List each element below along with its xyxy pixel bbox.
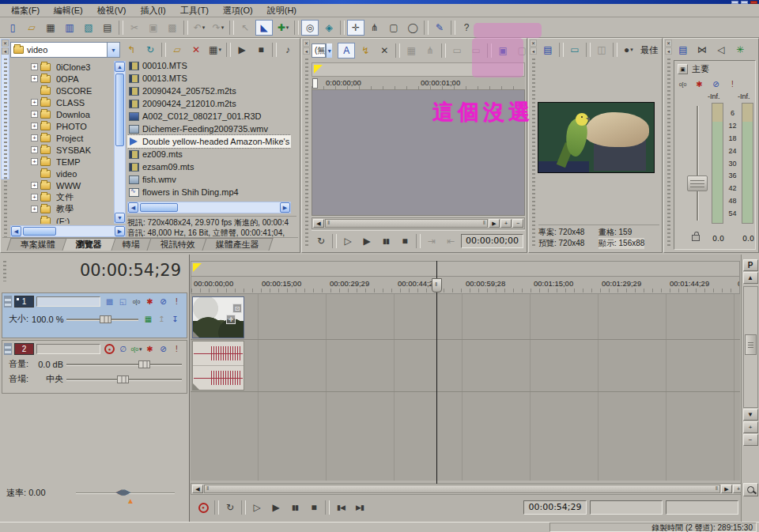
toolbar-button[interactable] [119,21,123,35]
zoom-tool-icon[interactable]: ◯ [404,20,421,36]
scroll-up-icon[interactable]: ▲ [115,62,125,72]
cut-icon[interactable]: ✂ [126,20,143,36]
toolbar-button[interactable] [559,43,564,57]
start-preview-icon[interactable]: ▶ [233,42,251,58]
bypass-motion-blur-icon[interactable]: ↥ [155,313,168,325]
slider-thumb[interactable] [117,375,129,383]
audio-track-lane[interactable] [191,340,740,392]
play-from-start-icon[interactable]: ▷ [339,233,357,249]
play-icon[interactable]: ▶ [358,233,376,249]
close-icon[interactable]: ✕ [530,40,537,47]
scroll-left-icon[interactable]: ◀ [128,202,138,213]
zoom-tool-icon[interactable] [743,483,758,496]
render-as-icon[interactable]: ▧ [80,20,97,36]
track-lanes[interactable]: ⊡ ✛ [191,294,740,481]
toolbar-button[interactable] [229,21,234,35]
transport-button[interactable] [214,500,219,515]
scroll-thumb[interactable] [745,334,757,355]
paint-events-tool-icon[interactable]: ✎ [431,20,448,36]
video-preview-frame[interactable] [538,102,655,173]
auto-ripple-icon[interactable]: ◣ [255,20,273,36]
expand-toggle-icon[interactable] [31,111,38,118]
refresh-icon[interactable]: ↻ [142,42,159,58]
playhead-line[interactable] [436,261,437,484]
open-project-icon[interactable]: ▱ [23,20,40,36]
volume-slider[interactable] [66,360,182,368]
remove-current-media-icon[interactable]: ✕ [376,43,393,58]
enable-snapping-icon[interactable]: ↖ [236,20,254,36]
file-item[interactable]: ez009.mts [127,148,291,160]
tree-item[interactable]: 0iClone3 [10,61,113,73]
close-icon[interactable]: ✕ [665,40,672,47]
auto-preview-icon[interactable]: ♪ [279,42,296,58]
redo-icon[interactable]: ↷ [210,20,227,36]
transport-time-display[interactable]: 00:00:54;29 [523,500,587,515]
expand-toggle-icon[interactable] [31,123,38,130]
track-number-badge[interactable]: 1 [14,296,34,308]
views-icon[interactable]: ▦ [206,42,224,58]
dim-output-icon[interactable]: ◁ [712,42,730,58]
drag-handle[interactable] [3,261,6,281]
track-fx-icon[interactable]: o[o [130,343,143,355]
tree-item[interactable]: 0OPA [10,73,113,85]
mute-output-icon[interactable]: ⊘ [709,78,723,90]
files-hscrollbar[interactable]: ◀ ▶ [127,202,291,213]
track-motion-icon[interactable]: ◱ [116,296,130,308]
trimmer-hscrollbar[interactable]: ◀ ▶ + − [312,217,525,229]
new-project-icon[interactable]: ▯ [4,20,21,36]
track-fx-icon[interactable]: o[o [130,296,143,308]
play-from-start-icon[interactable]: ▷ [248,500,266,515]
slider-thumb[interactable] [100,315,111,323]
external-monitor-icon[interactable]: ▭ [566,42,583,58]
marker-tool-icon[interactable]: P [743,259,758,271]
scroll-right-icon[interactable]: ▶ [115,226,125,236]
scroll-down-icon[interactable]: ▼ [115,213,125,223]
track-number-badge[interactable]: 2 [14,343,34,355]
automation-settings-icon[interactable]: ✱ [143,296,157,308]
file-item[interactable]: 20090424_205752.m2ts [127,85,291,97]
ignore-grouping-icon[interactable]: ◎ [301,20,319,36]
transfer-out-point-icon[interactable]: ⇤ [442,233,459,249]
pause-icon[interactable]: ▮▮ [377,233,395,249]
tree-item[interactable]: 文件 [10,191,113,203]
file-item[interactable]: 00010.MTS [127,59,291,72]
ruler-marker[interactable] [312,78,318,89]
delete-icon[interactable]: ✕ [187,42,205,58]
scroll-right-icon[interactable]: ▶ [280,202,290,213]
copy-icon[interactable]: ▣ [145,20,162,36]
invert-phase-icon[interactable]: ∅ [116,343,130,355]
pause-icon[interactable]: ▮▮ [286,500,304,515]
panel-grip[interactable]: ✕◂ [303,40,311,251]
toolbar-button[interactable] [340,21,345,35]
transport-button[interactable] [325,500,330,515]
solo-track-icon[interactable]: ! [170,343,183,355]
panel-grip[interactable]: ✕◂ [665,40,673,251]
scroll-right-icon[interactable]: ▶ [489,219,500,228]
record-icon[interactable]: ● [194,500,212,515]
toolbar-button[interactable] [183,21,188,35]
project-properties-icon[interactable]: ▥ [61,20,78,36]
tree-item[interactable]: video [10,168,113,179]
drag-handle[interactable] [4,58,7,247]
expand-toggle-icon[interactable] [31,182,38,189]
expand-toggle-icon[interactable] [31,146,38,153]
pan-slider[interactable] [66,375,182,383]
undo-icon[interactable]: ↶ [191,20,208,36]
track-drag-handle[interactable] [4,296,12,308]
event-fx-icon[interactable]: ✛ [226,315,236,324]
stop-icon[interactable]: ■ [305,500,323,515]
tree-item[interactable]: TEMP [10,156,113,168]
opacity-slider[interactable] [66,315,138,323]
zoom-in-icon[interactable]: + [500,219,512,228]
trimmer-time-display[interactable]: 00:00:00;00 [461,234,523,248]
toolbar-button[interactable] [613,43,617,57]
toolbar-button[interactable] [294,21,299,35]
file-item[interactable]: Double yellow-headed Amazon-Mike's singi [127,135,291,148]
stop-icon[interactable]: ■ [396,233,413,249]
tree-hscrollbar[interactable]: ◀ ▶ [10,225,126,237]
menu-item[interactable]: 選項(O) [216,4,260,17]
solo-output-icon[interactable]: ! [726,78,739,90]
dock-tab[interactable]: 專案媒體 [6,238,69,251]
expand-toggle-icon[interactable] [31,194,38,201]
play-icon[interactable]: ▶ [267,500,285,515]
